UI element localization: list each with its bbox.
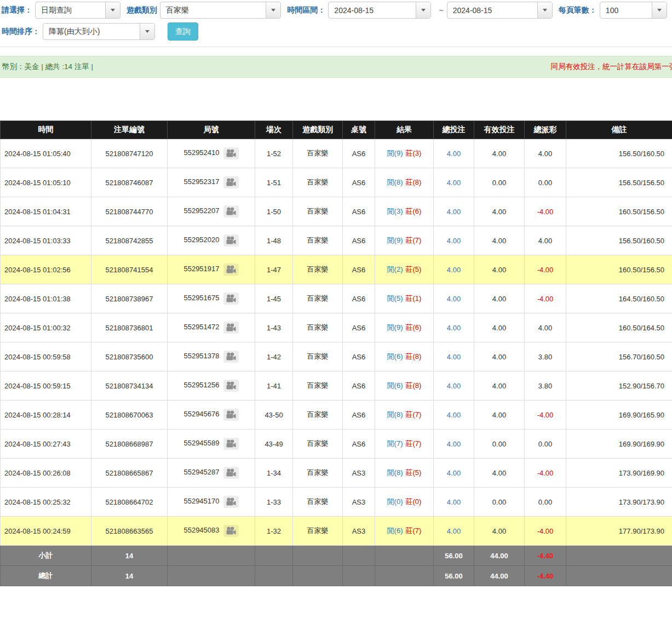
- banker-result: 莊(5): [406, 468, 422, 477]
- total-bet-link[interactable]: 4.00: [447, 382, 461, 390]
- subtotal-total-bet: 56.00: [434, 546, 474, 566]
- banker-result: 莊(6): [406, 207, 422, 215]
- total-bet-link[interactable]: 4.00: [447, 295, 461, 303]
- banker-result: 莊(1): [406, 294, 422, 302]
- bet-records-table: 時間 注單編號 局號 場次 遊戲類別 桌號 結果 總投注 有效投注 總派彩 備註…: [0, 121, 672, 586]
- video-replay-icon[interactable]: [223, 438, 239, 450]
- total-bet-link[interactable]: 4.00: [447, 208, 461, 216]
- table-row: 2024-08-15 00:27:43 521808668987 5529455…: [1, 430, 672, 459]
- cell-table-no: AS6: [343, 139, 375, 168]
- page-size-label: 每頁筆數：: [559, 5, 597, 15]
- date-to-select[interactable]: 2024-08-15: [447, 2, 553, 19]
- cell-result: 閒(8)莊(5): [375, 459, 434, 488]
- chevron-down-icon[interactable]: [105, 2, 120, 18]
- video-replay-icon[interactable]: [223, 467, 239, 479]
- total-bet-link[interactable]: 4.00: [447, 266, 461, 274]
- cell-total-bet: 4.00: [434, 226, 474, 255]
- table-row: 2024-08-15 01:04:31 521808744770 5529522…: [1, 197, 672, 226]
- round-id-text: 552945589: [183, 439, 219, 447]
- video-replay-icon[interactable]: [223, 176, 239, 188]
- cell-note: 169.90/165.90: [566, 400, 672, 430]
- table-body: 2024-08-15 01:05:40 521808747120 5529524…: [1, 139, 672, 546]
- date-query-select[interactable]: 日期查詢: [35, 2, 120, 19]
- total-count: 14: [91, 566, 168, 586]
- total-bet-link[interactable]: 4.00: [447, 237, 461, 245]
- video-replay-icon[interactable]: [223, 205, 239, 218]
- chevron-down-icon[interactable]: [416, 2, 430, 18]
- cell-total-bet: 4.00: [434, 313, 474, 342]
- video-replay-icon[interactable]: [223, 496, 239, 508]
- video-replay-icon[interactable]: [223, 380, 239, 392]
- cell-table-no: AS6: [343, 168, 375, 197]
- total-bet-link[interactable]: 4.00: [447, 324, 461, 332]
- video-replay-icon[interactable]: [223, 147, 239, 159]
- sort-select[interactable]: 降冪(由大到小): [43, 23, 155, 40]
- total-bet-link[interactable]: 4.00: [447, 527, 461, 535]
- total-bet-link[interactable]: 4.00: [447, 411, 461, 419]
- video-replay-icon[interactable]: [223, 525, 239, 537]
- player-result: 閒(7): [387, 439, 403, 448]
- table-row: 2024-08-15 01:00:32 521808736801 5529514…: [1, 313, 672, 342]
- chevron-down-icon[interactable]: [140, 24, 154, 39]
- total-bet-link[interactable]: 4.00: [447, 498, 461, 506]
- cell-table-no: AS6: [343, 371, 375, 400]
- chevron-down-icon[interactable]: [266, 2, 280, 18]
- cell-session: 1-48: [255, 226, 293, 255]
- player-result: 閒(6): [387, 527, 403, 535]
- video-replay-icon[interactable]: [223, 351, 239, 363]
- total-bet-link[interactable]: 4.00: [447, 179, 461, 187]
- cell-valid-bet: 0.00: [474, 488, 525, 517]
- cell-time: 2024-08-15 01:02:56: [1, 255, 91, 284]
- cell-session: 1-52: [255, 139, 293, 168]
- cell-note: 152.90/156.70: [566, 371, 672, 400]
- cell-total-bet: 4.00: [434, 342, 474, 371]
- subtotal-label: 小計: [1, 546, 91, 566]
- game-type-select[interactable]: 百家樂: [160, 2, 282, 19]
- cell-note: 156.50/160.50: [566, 226, 672, 255]
- total-bet-link[interactable]: 4.00: [447, 469, 461, 477]
- caret-icon: [543, 9, 547, 12]
- subtotal-count: 14: [91, 546, 168, 566]
- page-size-select[interactable]: 100: [600, 2, 667, 19]
- date-from-select[interactable]: 2024-08-15: [328, 2, 430, 19]
- chevron-down-icon[interactable]: [537, 2, 552, 18]
- cell-round-id: 552951256: [168, 371, 255, 400]
- valid-bet-notice-text: 同局有效投注，統一計算在該局第一張: [551, 62, 672, 72]
- round-id-text: 552951917: [183, 265, 219, 273]
- banker-result: 莊(7): [406, 527, 422, 535]
- cell-game-type: 百家樂: [293, 168, 343, 197]
- cell-table-no: AS3: [343, 459, 375, 488]
- filter-bar: 請選擇： 日期查詢 遊戲類別 百家樂 時間區間： 2024-08-15 ~ 20…: [0, 0, 672, 41]
- cell-bet-id: 521808738967: [91, 284, 168, 313]
- total-bet-link[interactable]: 4.00: [447, 440, 461, 448]
- total-bet-link[interactable]: 4.00: [447, 353, 461, 361]
- cell-session: 1-43: [255, 313, 293, 342]
- chevron-down-icon[interactable]: [652, 2, 667, 18]
- cell-valid-bet: 4.00: [474, 371, 525, 400]
- cell-bet-id: 521808670063: [91, 400, 168, 430]
- search-button[interactable]: 查詢: [168, 22, 198, 41]
- cell-result: 閒(8)莊(8): [375, 168, 434, 197]
- video-replay-icon[interactable]: [223, 409, 239, 421]
- cell-payout: -4.00: [525, 459, 566, 488]
- banker-result: 莊(7): [406, 410, 422, 419]
- cell-session: 43-50: [255, 400, 293, 430]
- banker-result: 莊(6): [406, 323, 422, 331]
- select-type-label: 請選擇：: [2, 5, 32, 15]
- game-type-value: 百家樂: [160, 5, 194, 15]
- cell-game-type: 百家樂: [293, 371, 343, 400]
- cell-round-id: 552952410: [168, 139, 255, 168]
- cell-total-bet: 4.00: [434, 400, 474, 430]
- total-bet-link[interactable]: 4.00: [447, 150, 461, 158]
- cell-bet-id: 521808735600: [91, 342, 168, 371]
- caret-icon: [145, 30, 150, 33]
- cell-total-bet: 4.00: [434, 255, 474, 284]
- video-replay-icon[interactable]: [223, 234, 239, 247]
- video-replay-icon[interactable]: [223, 293, 239, 305]
- cell-game-type: 百家樂: [293, 430, 343, 459]
- video-replay-icon[interactable]: [223, 322, 239, 334]
- round-id-text: 552952410: [183, 148, 219, 157]
- cell-time: 2024-08-15 01:00:32: [1, 313, 91, 342]
- video-replay-icon[interactable]: [223, 264, 239, 276]
- cell-valid-bet: 0.00: [474, 430, 525, 459]
